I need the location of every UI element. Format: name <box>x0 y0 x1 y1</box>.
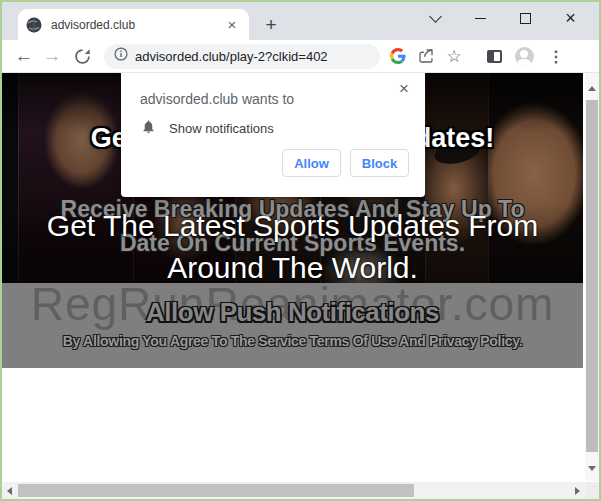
hero-main-line-2: Around The World. <box>2 251 583 283</box>
scroll-right-icon[interactable] <box>575 487 580 495</box>
allow-push-heading: Allow Push Notifications <box>2 297 583 328</box>
scroll-up-icon[interactable] <box>588 86 596 91</box>
hero-section: Get The Latest Sports Updates! Receive B… <box>2 73 583 283</box>
share-icon <box>417 47 435 65</box>
window-controls: × <box>413 2 593 34</box>
share-button[interactable] <box>412 42 440 70</box>
browser-tab[interactable]: advisorded.club × <box>18 9 249 40</box>
vertical-scrollbar[interactable] <box>585 73 599 481</box>
tab-close-icon[interactable]: × <box>223 16 241 34</box>
scrollbar-corner <box>585 482 599 499</box>
site-info-icon[interactable] <box>114 47 128 65</box>
back-button[interactable]: ← <box>10 42 38 70</box>
url-text: advisorded.club/play-2?clkid=402 <box>135 49 328 64</box>
terms-subtext: By Allowing You Agree To The Service Ter… <box>2 333 583 349</box>
screenshot-frame: advisorded.club × + × ← → <box>0 0 601 501</box>
dialog-title: advisorded.club wants to <box>140 91 294 107</box>
close-icon: × <box>565 9 576 27</box>
bookmark-star-button[interactable]: ☆ <box>440 42 468 70</box>
window-maximize-button[interactable] <box>503 3 548 33</box>
google-icon[interactable] <box>384 42 412 70</box>
dialog-close-icon[interactable]: × <box>394 79 414 99</box>
window-chevron-button[interactable] <box>413 3 458 33</box>
minimize-icon <box>475 18 486 19</box>
browser-menu-button[interactable]: ⋮ <box>542 42 570 70</box>
browser-toolbar: ← → advisorded.club/play-2?clkid=402 <box>2 40 599 73</box>
window-minimize-button[interactable] <box>458 3 503 33</box>
allow-button[interactable]: Allow <box>282 149 341 177</box>
forward-button[interactable]: → <box>38 42 66 70</box>
scroll-left-icon[interactable] <box>7 487 12 495</box>
web-page: Get The Latest Sports Updates! Receive B… <box>2 73 599 499</box>
window-close-button[interactable]: × <box>548 3 593 33</box>
side-panel-button[interactable] <box>480 42 508 70</box>
hero-main-line-1: Get The Latest Sports Updates From <box>2 209 583 243</box>
globe-favicon-icon <box>26 17 42 33</box>
side-panel-icon <box>487 50 502 63</box>
horizontal-scrollbar-thumb[interactable] <box>18 484 414 497</box>
reload-button[interactable] <box>68 42 96 70</box>
profile-avatar-button[interactable] <box>510 42 538 70</box>
tab-title: advisorded.club <box>51 18 223 32</box>
scroll-down-icon[interactable] <box>588 466 596 471</box>
address-bar[interactable]: advisorded.club/play-2?clkid=402 <box>104 44 380 69</box>
new-tab-button[interactable]: + <box>258 12 284 38</box>
maximize-icon <box>520 13 531 24</box>
vertical-scrollbar-thumb[interactable] <box>586 100 598 452</box>
avatar-icon <box>515 47 534 66</box>
block-button[interactable]: Block <box>350 149 409 177</box>
horizontal-scrollbar[interactable] <box>2 482 585 499</box>
tab-bar: advisorded.club × + × <box>2 2 599 40</box>
chevron-down-icon <box>429 10 442 23</box>
dialog-permission-label: Show notifications <box>169 121 274 136</box>
bell-icon <box>141 118 156 139</box>
notification-permission-dialog: × advisorded.club wants to Show notifica… <box>121 73 425 197</box>
reload-icon <box>74 48 91 65</box>
gray-band-section: RegRunReanimator.com Allow Push Notifica… <box>2 283 583 368</box>
